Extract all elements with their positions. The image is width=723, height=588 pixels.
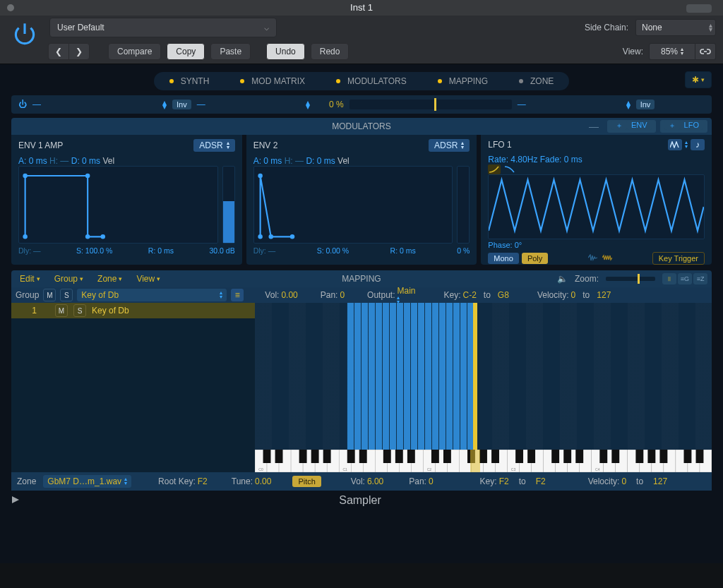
env1-sustain[interactable]: S: 100.0 % bbox=[76, 246, 112, 255]
env1-hold[interactable]: H: — bbox=[49, 156, 68, 166]
group-list-toggle-button[interactable]: ≡ bbox=[231, 289, 244, 301]
preset-selector[interactable]: User Default ⌵ bbox=[49, 18, 277, 37]
next-preset-button[interactable]: ❯ bbox=[68, 43, 90, 60]
mod-inv1-chip[interactable]: Inv bbox=[172, 100, 191, 109]
group-output-select[interactable]: Main bbox=[397, 286, 415, 304]
env1-delay[interactable]: Dly: — bbox=[18, 246, 41, 255]
zone-key-lo[interactable]: F2 bbox=[499, 476, 509, 486]
group-vel-lo[interactable]: 0 bbox=[571, 290, 576, 300]
tab-mapping[interactable]: MAPPING bbox=[422, 72, 503, 90]
env1-release[interactable]: R: 0 ms bbox=[148, 246, 174, 255]
zone-vol-value[interactable]: 6.00 bbox=[367, 476, 383, 486]
env1-decay[interactable]: D: 0 ms bbox=[71, 156, 100, 166]
lfo-fade-in-icon[interactable] bbox=[488, 164, 501, 174]
env2-sustain[interactable]: S: 0.00 % bbox=[317, 246, 349, 255]
env2-hold[interactable]: H: — bbox=[285, 156, 304, 166]
view-zoom-selector[interactable]: 85% bbox=[649, 43, 695, 60]
lfo-note-icon[interactable]: ♪ bbox=[691, 139, 705, 150]
row-solo-button[interactable]: S bbox=[73, 304, 86, 317]
env1-vel-slider[interactable] bbox=[222, 166, 235, 244]
group-name-field[interactable]: Key of Db bbox=[77, 289, 227, 301]
mod-dest-select[interactable]: — bbox=[197, 100, 310, 109]
mod-via-select[interactable]: — bbox=[518, 100, 631, 109]
group-solo-button[interactable]: S bbox=[60, 289, 73, 301]
group-mute-button[interactable]: M bbox=[43, 289, 56, 301]
zone-vel-hi[interactable]: 127 bbox=[653, 476, 667, 486]
env1-graph[interactable] bbox=[18, 166, 218, 244]
group-vel-hi[interactable]: 127 bbox=[597, 290, 611, 300]
root-key-indicator[interactable] bbox=[473, 303, 477, 450]
list-row[interactable]: 1 M S Key of Db bbox=[11, 303, 255, 318]
group-vol-value[interactable]: 0.00 bbox=[281, 290, 297, 300]
zone-pitch-button[interactable]: Pitch bbox=[292, 476, 321, 487]
prev-preset-button[interactable]: ❮ bbox=[48, 43, 68, 60]
minimize-icon[interactable]: — bbox=[585, 120, 603, 133]
lfo1-fade[interactable]: Fade: 0 ms bbox=[540, 155, 582, 164]
env1-mode-select[interactable]: ADSR bbox=[193, 139, 234, 152]
group-key-lo[interactable]: C-2 bbox=[463, 290, 477, 300]
link-button[interactable] bbox=[695, 43, 716, 60]
env2-decay[interactable]: D: 0 ms bbox=[306, 156, 335, 166]
add-env-button[interactable]: ＋ENV bbox=[607, 120, 656, 133]
view-mode-keyboard-button[interactable]: ⫴ bbox=[662, 273, 676, 284]
zoom-slider[interactable] bbox=[606, 277, 655, 281]
lfo-mono-button[interactable]: Mono bbox=[488, 253, 519, 264]
zone-vel-lo[interactable]: 0 bbox=[621, 476, 626, 486]
zone-tune-value[interactable]: 0.00 bbox=[255, 476, 271, 486]
lfo-sustain-icon[interactable] bbox=[602, 253, 612, 263]
tab-synth[interactable]: SYNTH bbox=[154, 72, 225, 90]
mod-inv2-chip[interactable]: Inv bbox=[636, 100, 655, 109]
mapping-list-area[interactable]: 1 M S Key of Db bbox=[11, 303, 255, 472]
env2-mode-select[interactable]: ADSR bbox=[429, 139, 470, 152]
zone-key-hi[interactable]: F2 bbox=[536, 476, 546, 486]
zone-block[interactable] bbox=[347, 303, 474, 450]
env2-graph[interactable] bbox=[253, 166, 453, 244]
env2-release[interactable]: R: 0 ms bbox=[390, 246, 416, 255]
lfo-decay-icon[interactable] bbox=[588, 253, 598, 263]
lfo-waveform-select[interactable] bbox=[668, 139, 682, 150]
compare-button[interactable]: Compare bbox=[108, 43, 161, 60]
row-mute-button[interactable]: M bbox=[55, 304, 68, 317]
tab-zone[interactable]: ZONE bbox=[503, 72, 569, 90]
mod-amount-value[interactable]: 0 % bbox=[316, 100, 344, 109]
group-menu[interactable]: Group▾ bbox=[50, 274, 88, 284]
speaker-icon[interactable]: 🔈 bbox=[557, 274, 568, 284]
paste-button[interactable]: Paste bbox=[210, 43, 251, 60]
group-key-hi[interactable]: G8 bbox=[498, 290, 509, 300]
lfo1-phase[interactable]: Phase: 0° bbox=[488, 241, 705, 249]
lfo-poly-button[interactable]: Poly bbox=[522, 253, 548, 264]
zone-root-key[interactable]: F2 bbox=[198, 476, 208, 486]
zone-pan-value[interactable]: 0 bbox=[429, 476, 434, 486]
redo-button[interactable]: Redo bbox=[311, 43, 349, 60]
lfo1-graph[interactable] bbox=[488, 174, 705, 239]
tab-modulators[interactable]: MODULATORS bbox=[321, 72, 422, 90]
undo-button[interactable]: Undo bbox=[266, 43, 305, 60]
group-pan-value[interactable]: 0 bbox=[340, 290, 345, 300]
env2-attack[interactable]: A: 0 ms bbox=[253, 156, 282, 166]
env2-vel-slider[interactable] bbox=[457, 166, 470, 244]
mapping-visual-area[interactable]: C0C1C2C3C4 bbox=[255, 303, 712, 472]
sidechain-selector[interactable]: None bbox=[635, 19, 716, 36]
close-icon[interactable] bbox=[7, 4, 14, 11]
zone-menu[interactable]: Zone▾ bbox=[93, 274, 126, 284]
add-lfo-button[interactable]: ＋LFO bbox=[660, 120, 707, 133]
mod-row-power-icon[interactable]: ⏻ bbox=[18, 100, 27, 109]
env1-attack[interactable]: A: 0 ms bbox=[18, 156, 47, 166]
mod-source-select[interactable]: — bbox=[32, 100, 167, 109]
lfo1-rate[interactable]: Rate: 4.80Hz bbox=[488, 155, 537, 164]
settings-gear-button[interactable]: ✱▾ bbox=[685, 71, 712, 88]
view-mode-zone-button[interactable]: ≡Z bbox=[693, 273, 707, 284]
mod-amount-slider[interactable] bbox=[349, 100, 512, 109]
env1-vel-db[interactable]: 30.0 dB bbox=[209, 246, 234, 255]
play-icon[interactable] bbox=[11, 494, 20, 507]
edit-menu[interactable]: Edit▾ bbox=[16, 274, 44, 284]
env2-vel-pct[interactable]: 0 % bbox=[457, 246, 470, 255]
lfo-key-trigger-button[interactable]: Key Trigger bbox=[652, 252, 705, 265]
view-menu[interactable]: View▾ bbox=[132, 274, 165, 284]
copy-button[interactable]: Copy bbox=[167, 43, 205, 60]
view-mode-list-button[interactable]: ≡G bbox=[678, 273, 692, 284]
zone-file-select[interactable]: GbM7 D…m_1.wav bbox=[43, 475, 131, 488]
lfo-fade-out-icon[interactable] bbox=[503, 164, 516, 174]
tab-mod-matrix[interactable]: MOD MATRIX bbox=[225, 72, 321, 90]
piano-keyboard[interactable]: C0C1C2C3C4 bbox=[255, 450, 712, 472]
